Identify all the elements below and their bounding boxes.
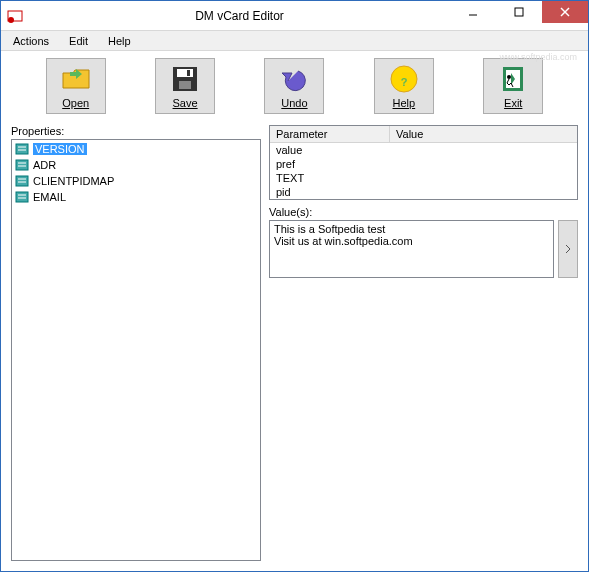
value-cell (390, 143, 577, 157)
table-row[interactable]: pid (270, 185, 577, 199)
save-floppy-icon (169, 63, 201, 95)
expand-button[interactable] (558, 220, 578, 278)
open-button[interactable]: Open (46, 58, 106, 114)
values-label: Value(s): (269, 206, 578, 218)
list-item-label: EMAIL (33, 191, 66, 203)
properties-panel: Properties: VERSION ADR CLIENTPIDMAP EMA… (11, 125, 261, 561)
menu-actions[interactable]: Actions (5, 33, 57, 49)
list-item-label: VERSION (33, 143, 87, 155)
param-cell: TEXT (270, 171, 390, 185)
undo-button[interactable]: Undo (264, 58, 324, 114)
parameters-grid[interactable]: Parameter Value value pref TEXT pid (269, 125, 578, 200)
open-label: Open (62, 97, 89, 109)
save-label: Save (173, 97, 198, 109)
property-card-icon (15, 190, 29, 204)
grid-body: value pref TEXT pid (270, 143, 577, 199)
list-item[interactable]: VERSION (13, 141, 259, 157)
details-panel: Parameter Value value pref TEXT pid Valu… (269, 125, 578, 561)
help-button[interactable]: ? Help (374, 58, 434, 114)
menu-help[interactable]: Help (100, 33, 139, 49)
svg-rect-3 (515, 8, 523, 16)
value-cell (390, 157, 577, 171)
save-button[interactable]: Save (155, 58, 215, 114)
maximize-button[interactable] (496, 1, 542, 23)
list-item-label: ADR (33, 159, 56, 171)
menu-edit[interactable]: Edit (61, 33, 96, 49)
svg-rect-15 (16, 144, 28, 154)
svg-rect-21 (16, 176, 28, 186)
app-icon (7, 8, 23, 24)
param-cell: pref (270, 157, 390, 171)
content-area: Properties: VERSION ADR CLIENTPIDMAP EMA… (1, 121, 588, 571)
property-card-icon (15, 158, 29, 172)
col-value-header[interactable]: Value (390, 126, 577, 142)
svg-rect-24 (16, 192, 28, 202)
open-folder-icon (60, 63, 92, 95)
svg-text:?: ? (400, 76, 407, 88)
watermark: www.softpedia.com (499, 52, 577, 62)
table-row[interactable]: value (270, 143, 577, 157)
param-cell: pid (270, 185, 390, 199)
properties-label: Properties: (11, 125, 261, 137)
values-textarea[interactable]: This is a Softpedia test Visit us at win… (269, 220, 554, 278)
window-controls (450, 1, 588, 30)
undo-arrow-icon (278, 63, 310, 95)
list-item[interactable]: CLIENTPIDMAP (13, 173, 259, 189)
svg-rect-18 (16, 160, 28, 170)
main-window: DM vCard Editor Actions Edit Help www.so… (0, 0, 589, 572)
window-title: DM vCard Editor (29, 9, 450, 23)
list-item[interactable]: EMAIL (13, 189, 259, 205)
svg-rect-8 (179, 81, 191, 89)
param-cell: value (270, 143, 390, 157)
exit-label: Exit (504, 97, 522, 109)
values-area: Value(s): This is a Softpedia test Visit… (269, 206, 578, 278)
value-cell (390, 185, 577, 199)
chevron-right-icon (564, 244, 572, 254)
undo-label: Undo (281, 97, 307, 109)
svg-rect-7 (177, 69, 193, 77)
svg-point-1 (8, 17, 14, 23)
help-label: Help (393, 97, 416, 109)
property-card-icon (15, 174, 29, 188)
list-item[interactable]: ADR (13, 157, 259, 173)
help-question-icon: ? (388, 63, 420, 95)
close-button[interactable] (542, 1, 588, 23)
table-row[interactable]: TEXT (270, 171, 577, 185)
menubar: Actions Edit Help (1, 31, 588, 51)
exit-door-icon (497, 63, 529, 95)
titlebar: DM vCard Editor (1, 1, 588, 31)
svg-point-14 (507, 75, 511, 79)
grid-header: Parameter Value (270, 126, 577, 143)
properties-listbox[interactable]: VERSION ADR CLIENTPIDMAP EMAIL (11, 139, 261, 561)
col-parameter-header[interactable]: Parameter (270, 126, 390, 142)
value-cell (390, 171, 577, 185)
list-item-label: CLIENTPIDMAP (33, 175, 114, 187)
svg-rect-9 (187, 70, 190, 76)
minimize-button[interactable] (450, 1, 496, 23)
property-card-icon (15, 142, 29, 156)
exit-button[interactable]: Exit (483, 58, 543, 114)
table-row[interactable]: pref (270, 157, 577, 171)
